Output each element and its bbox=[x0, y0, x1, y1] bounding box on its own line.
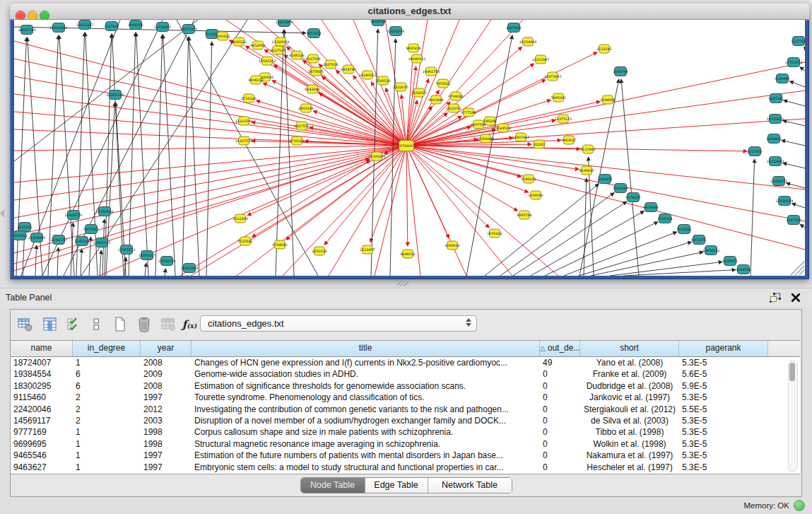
table-row[interactable]: 946554611997Estimation of the future num… bbox=[11, 450, 800, 461]
column-header-year[interactable]: year bbox=[141, 341, 192, 356]
table-row[interactable]: 946362711997Embryonic stem cells: a mode… bbox=[11, 462, 800, 473]
table-cell-short[interactable]: Yano et al. (2008) bbox=[580, 357, 679, 368]
column-header-short[interactable]: short bbox=[580, 341, 679, 356]
table-cell-in_degree[interactable]: 1 bbox=[73, 462, 141, 473]
function-builder-icon[interactable]: ƒ(x) bbox=[180, 315, 199, 334]
table-row[interactable]: 969969511998Structural magnetic resonanc… bbox=[11, 438, 800, 450]
graph-edge[interactable] bbox=[789, 81, 805, 87]
graph-edge[interactable] bbox=[531, 211, 644, 276]
graph-edge[interactable] bbox=[545, 222, 658, 276]
graph-edge[interactable] bbox=[14, 146, 406, 182]
graph-edge[interactable] bbox=[406, 146, 512, 276]
table-cell-in_degree[interactable]: 1 bbox=[73, 438, 141, 450]
table-cell-year[interactable]: 1997 bbox=[141, 392, 192, 403]
table-row[interactable]: 2242004622012Investigating the contribut… bbox=[11, 404, 800, 415]
table-cell-pagerank[interactable]: 5.3E-5 bbox=[679, 392, 768, 403]
table-cell-name[interactable]: 22420046 bbox=[11, 404, 73, 415]
graph-edge[interactable] bbox=[783, 121, 805, 126]
table-row[interactable]: 977716911998Corpus callosum shape and si… bbox=[11, 426, 800, 438]
graph-edge[interactable] bbox=[751, 159, 755, 276]
table-cell-title[interactable]: Tourette syndrome. Phenomenology and cla… bbox=[192, 392, 540, 403]
citation-network-graph[interactable]: 2405572420691406106532871527602846616010… bbox=[14, 20, 805, 276]
table-cell-title[interactable]: Estimation of the future numbers of pati… bbox=[192, 450, 540, 461]
graph-edge[interactable] bbox=[783, 163, 805, 168]
table-cell-year[interactable]: 2008 bbox=[141, 357, 192, 368]
column-header-in_degree[interactable]: in_degree bbox=[73, 341, 141, 356]
graph-edge[interactable] bbox=[787, 183, 805, 188]
scrollbar-thumb[interactable] bbox=[789, 363, 795, 381]
table-cell-short[interactable]: Dudbridge et al. (2008) bbox=[580, 380, 679, 392]
import-table-icon[interactable] bbox=[159, 315, 177, 334]
graph-edge[interactable] bbox=[623, 270, 736, 276]
network-canvas[interactable]: 2405572420691406106532871527602846616010… bbox=[14, 20, 805, 276]
vertical-scrollbar[interactable] bbox=[788, 361, 798, 472]
table-cell-pagerank[interactable]: 5.3E-5 bbox=[679, 415, 768, 426]
table-cell-short[interactable]: Franke et al. (2009) bbox=[580, 368, 679, 380]
table-cell-title[interactable]: Investigating the contribution of common… bbox=[192, 404, 540, 415]
create-new-table-icon[interactable] bbox=[111, 315, 129, 334]
table-cell-year[interactable]: 2009 bbox=[141, 368, 192, 380]
graph-edge[interactable] bbox=[57, 247, 59, 276]
graph-edge[interactable] bbox=[112, 34, 124, 276]
memory-status-indicator[interactable] bbox=[794, 500, 805, 511]
table-row[interactable]: 1456911722003Disruption of a novel membe… bbox=[11, 415, 800, 426]
table-cell-out_degree[interactable]: 0 bbox=[540, 426, 580, 438]
panel-splitter-handle[interactable] bbox=[397, 281, 408, 286]
clear-selection-icon[interactable] bbox=[87, 315, 105, 334]
table-cell-out_degree[interactable]: 49 bbox=[540, 357, 580, 368]
table-row[interactable]: 1872400712008Changes of HCN gene express… bbox=[11, 357, 800, 368]
table-cell-short[interactable]: de Silva et al. (2003) bbox=[580, 415, 679, 426]
graph-edge[interactable] bbox=[500, 192, 614, 276]
table-row[interactable]: 1938455462009Genome-wide association stu… bbox=[11, 368, 800, 380]
table-cell-out_degree[interactable]: 0 bbox=[540, 462, 580, 473]
graph-edge[interactable] bbox=[406, 146, 408, 246]
table-cell-out_degree[interactable]: 0 bbox=[540, 380, 580, 392]
table-cell-title[interactable]: Changes of HCN gene expression and I(f) … bbox=[192, 357, 540, 368]
graph-edge[interactable] bbox=[800, 224, 805, 228]
graph-edge[interactable] bbox=[466, 35, 512, 276]
table-cell-year[interactable]: 2008 bbox=[141, 380, 192, 392]
table-cell-pagerank[interactable]: 5.3E-5 bbox=[679, 357, 768, 368]
table-cell-out_degree[interactable]: 0 bbox=[540, 450, 580, 461]
table-cell-pagerank[interactable]: 5.6E-5 bbox=[679, 368, 768, 380]
column-header-pagerank[interactable]: pagerank bbox=[679, 341, 768, 356]
table-cell-short[interactable]: Stergiakouli et al. (2012) bbox=[580, 404, 679, 415]
table-cell-year[interactable]: 2003 bbox=[141, 415, 192, 426]
graph-edge[interactable] bbox=[584, 178, 587, 276]
tab-edge-table[interactable]: Edge Table bbox=[365, 478, 428, 493]
table-cell-short[interactable]: Jankovic et al. (1997) bbox=[580, 392, 679, 403]
table-cell-name[interactable]: 19384554 bbox=[11, 368, 73, 380]
table-row[interactable]: 1830029562008Estimation of significance … bbox=[11, 380, 800, 392]
table-cell-name[interactable]: 18724007 bbox=[11, 357, 73, 368]
table-cell-in_degree[interactable]: 2 bbox=[73, 392, 141, 403]
column-header-out_degree[interactable]: △out_de... bbox=[540, 341, 580, 356]
table-cell-name[interactable]: 14569117 bbox=[11, 415, 73, 426]
table-selector-dropdown[interactable]: citations_edges.txt bbox=[200, 315, 477, 332]
select-rows-icon[interactable] bbox=[64, 315, 83, 334]
graph-edge[interactable] bbox=[81, 249, 82, 276]
graph-edge[interactable] bbox=[804, 47, 805, 48]
float-panel-icon[interactable] bbox=[770, 293, 781, 303]
table-cell-pagerank[interactable]: 5.9E-5 bbox=[679, 380, 768, 392]
graph-edge[interactable] bbox=[406, 64, 534, 146]
table-cell-out_degree[interactable]: 0 bbox=[540, 404, 580, 415]
table-cell-in_degree[interactable]: 2 bbox=[73, 404, 141, 415]
table-cell-pagerank[interactable]: 5.3E-5 bbox=[679, 462, 768, 473]
tab-node-table[interactable]: Node Table bbox=[301, 478, 365, 493]
table-row[interactable]: 911546021997Tourette syndrome. Phenomeno… bbox=[11, 392, 800, 403]
close-panel-icon[interactable] bbox=[791, 293, 801, 303]
table-cell-year[interactable]: 1997 bbox=[141, 462, 192, 473]
table-cell-short[interactable]: Nakamura et al. (1997) bbox=[580, 450, 679, 461]
graph-edge[interactable] bbox=[252, 146, 406, 237]
table-cell-title[interactable]: Estimation of significance thresholds fo… bbox=[192, 380, 540, 392]
graph-edge[interactable] bbox=[329, 146, 406, 276]
graph-edge[interactable] bbox=[35, 245, 37, 276]
tab-network-table[interactable]: Network Table bbox=[428, 478, 512, 493]
graph-edge[interactable] bbox=[100, 250, 101, 276]
graph-edge[interactable] bbox=[189, 37, 199, 276]
graph-edge[interactable] bbox=[14, 146, 406, 151]
table-cell-pagerank[interactable]: 5.3E-5 bbox=[679, 450, 768, 461]
table-cell-short[interactable]: Tibbo et al. (1998) bbox=[580, 426, 679, 438]
table-cell-title[interactable]: Disruption of a novel member of a sodium… bbox=[192, 415, 540, 426]
table-cell-in_degree[interactable]: 1 bbox=[73, 426, 141, 438]
